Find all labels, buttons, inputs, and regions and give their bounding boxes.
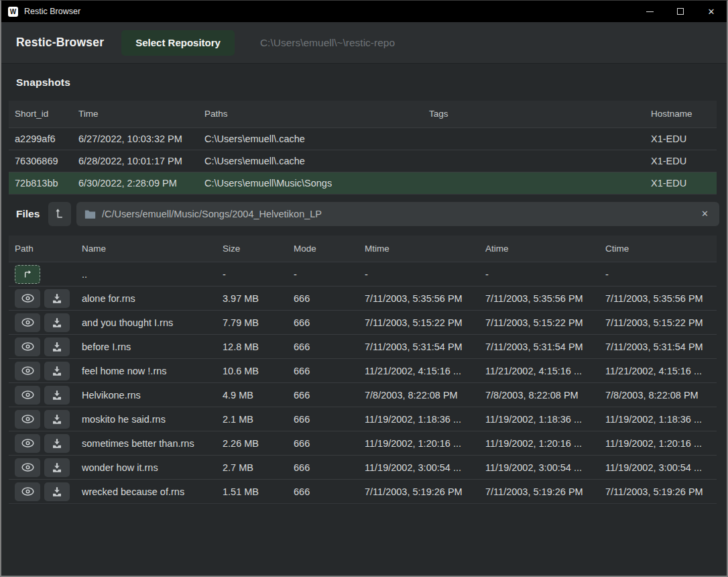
close-icon: ✕ — [708, 7, 715, 16]
file-atime-cell: 7/8/2003, 8:22:08 PM — [479, 383, 599, 407]
preview-file-button[interactable] — [15, 434, 40, 453]
app-title: Restic-Browser — [16, 36, 104, 50]
snapshot-hostname-cell: X1-EDU — [645, 172, 717, 194]
tree-view-toggle-button[interactable] — [48, 202, 71, 226]
select-repository-button[interactable]: Select Repository — [121, 30, 235, 56]
toolbar: Restic-Browser Select Repository C:\User… — [1, 22, 727, 64]
download-file-button[interactable] — [44, 337, 70, 356]
file-atime-cell: 11/19/2002, 1:20:16 ... — [479, 431, 599, 456]
file-mtime-cell: - — [359, 262, 479, 286]
file-size-cell: 4.9 MB — [217, 383, 288, 407]
file-mode-cell: 666 — [288, 431, 359, 456]
file-actions-cell — [9, 335, 76, 359]
file-mode-cell: 666 — [288, 335, 359, 359]
snapshot-row[interactable]: a2299af6 6/27/2022, 10:03:32 PM C:\Users… — [9, 127, 717, 150]
clear-icon: ✕ — [701, 209, 709, 219]
column-header: Atime — [479, 235, 599, 262]
preview-file-button[interactable] — [15, 337, 40, 356]
file-name-cell: wonder how it.rns — [76, 456, 217, 480]
tree-level-up-icon — [54, 208, 66, 219]
download-file-button[interactable] — [44, 386, 70, 405]
download-file-button[interactable] — [44, 289, 70, 308]
file-row[interactable]: and you thought I.rns 7.79 MB 666 7/11/2… — [9, 311, 717, 335]
file-mtime-cell: 11/19/2002, 1:18:36 ... — [359, 407, 479, 431]
download-icon — [52, 366, 62, 376]
file-row[interactable]: sometimes better than.rns 2.26 MB 666 11… — [9, 431, 717, 456]
eye-icon — [21, 438, 35, 448]
file-name-cell: .. — [76, 262, 217, 286]
snapshot-short-id-cell: 72b813bb — [9, 172, 72, 194]
file-row[interactable]: Helvikone.rns 4.9 MB 666 7/8/2003, 8:22:… — [9, 383, 717, 407]
preview-file-button[interactable] — [15, 410, 40, 429]
file-row[interactable]: feel home now !.rns 10.6 MB 666 11/21/20… — [9, 359, 717, 383]
file-row[interactable]: alone for.rns 3.97 MB 666 7/11/2003, 5:3… — [9, 286, 717, 311]
download-icon — [52, 486, 62, 497]
column-header: Path — [9, 235, 76, 262]
folder-icon — [84, 209, 96, 219]
file-name-cell: and you thought I.rns — [76, 311, 217, 335]
snapshot-paths-cell: C:\Users\emuell\.cache — [198, 150, 423, 172]
go-parent-dir-button[interactable] — [15, 265, 40, 284]
maximize-button[interactable] — [665, 1, 696, 22]
file-mtime-cell: 11/21/2002, 4:15:16 ... — [359, 359, 479, 383]
snapshots-table: Short_idTimePathsTagsHostname a2299af6 6… — [9, 101, 717, 195]
file-size-cell: 1.51 MB — [217, 480, 288, 504]
close-button[interactable]: ✕ — [696, 1, 727, 22]
file-atime-cell: 11/21/2002, 4:15:16 ... — [479, 359, 599, 383]
file-actions-cell — [9, 480, 76, 504]
file-atime-cell: 11/19/2002, 3:00:54 ... — [479, 456, 599, 480]
file-name-cell: wrecked because of.rns — [76, 480, 217, 504]
download-file-button[interactable] — [44, 313, 70, 332]
column-header: Time — [72, 101, 198, 127]
file-row[interactable]: wrecked because of.rns 1.51 MB 666 7/11/… — [9, 480, 717, 504]
window-title: Restic Browser — [24, 7, 80, 16]
snapshot-paths-cell: C:\Users\emuell\Music\Songs — [198, 172, 423, 194]
snapshot-row[interactable]: 76306869 6/28/2022, 10:01:17 PM C:\Users… — [9, 150, 717, 172]
download-file-button[interactable] — [44, 362, 70, 380]
files-table: PathNameSizeModeMtimeAtimeCtime — [9, 235, 717, 505]
file-actions-cell — [9, 311, 76, 335]
download-file-button[interactable] — [44, 410, 70, 429]
eye-icon — [21, 342, 35, 352]
file-actions — [15, 362, 70, 380]
window-controls: ✕ — [634, 1, 727, 22]
column-header: Name — [76, 235, 217, 262]
column-header: Mtime — [359, 235, 479, 262]
file-ctime-cell: 7/8/2003, 8:22:08 PM — [599, 383, 717, 407]
file-atime-cell: 11/19/2002, 1:18:36 ... — [479, 407, 599, 431]
file-row[interactable]: before I.rns 12.8 MB 666 7/11/2003, 5:31… — [9, 335, 717, 359]
preview-file-button[interactable] — [15, 458, 40, 477]
file-row[interactable]: .. - - - - - — [9, 262, 717, 286]
file-row[interactable]: moskito he said.rns 2.1 MB 666 11/19/200… — [9, 407, 717, 431]
file-mode-cell: 666 — [288, 311, 359, 335]
download-file-button[interactable] — [44, 434, 70, 453]
preview-file-button[interactable] — [15, 289, 40, 308]
file-mode-cell: 666 — [288, 480, 359, 504]
preview-file-button[interactable] — [15, 362, 40, 380]
preview-file-button[interactable] — [15, 482, 40, 501]
file-ctime-cell: 7/11/2003, 5:35:56 PM — [599, 286, 717, 311]
file-row[interactable]: wonder how it.rns 2.7 MB 666 11/19/2002,… — [9, 456, 717, 480]
file-name-cell: sometimes better than.rns — [76, 431, 217, 456]
file-mtime-cell: 11/19/2002, 1:20:16 ... — [359, 431, 479, 456]
file-actions — [15, 482, 70, 501]
snapshot-time-cell: 6/30/2022, 2:28:09 PM — [72, 172, 198, 194]
preview-file-button[interactable] — [15, 386, 40, 405]
clear-path-button[interactable]: ✕ — [699, 207, 711, 220]
file-atime-cell: - — [479, 262, 599, 286]
download-file-button[interactable] — [44, 458, 70, 477]
file-name-cell: Helvikone.rns — [76, 383, 217, 407]
minimize-button[interactable] — [634, 1, 665, 22]
column-header: Size — [217, 235, 288, 262]
snapshot-row[interactable]: 72b813bb 6/30/2022, 2:28:09 PM C:\Users\… — [9, 172, 717, 194]
file-ctime-cell: - — [599, 262, 717, 286]
preview-file-button[interactable] — [15, 313, 40, 332]
file-atime-cell: 7/11/2003, 5:15:22 PM — [479, 311, 599, 335]
file-name-cell: moskito he said.rns — [76, 407, 217, 431]
snapshots-body: a2299af6 6/27/2022, 10:03:32 PM C:\Users… — [9, 127, 717, 194]
file-mode-cell: 666 — [288, 456, 359, 480]
download-file-button[interactable] — [44, 482, 70, 501]
file-size-cell: 3.97 MB — [217, 286, 288, 311]
current-path-field[interactable]: /C/Users/emuell/Music/Songs/2004_Helveti… — [76, 202, 719, 226]
column-header: Tags — [423, 101, 645, 127]
